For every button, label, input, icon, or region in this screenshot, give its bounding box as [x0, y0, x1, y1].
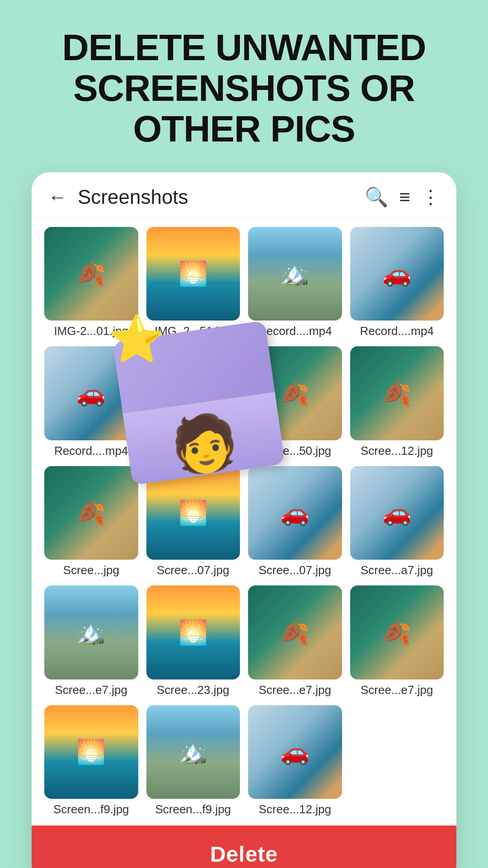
- list-item[interactable]: Scree...e7.jpg: [44, 585, 138, 697]
- list-item[interactable]: Scree...23.jpg: [146, 585, 240, 697]
- file-label: Scree...07.jpg: [146, 563, 240, 577]
- headline: DELETE UNWANTED SCREENSHOTS or OTHER PIC…: [62, 27, 426, 150]
- thumbnail: [248, 466, 342, 560]
- list-item[interactable]: Scree...e7.jpg: [350, 585, 444, 697]
- list-item[interactable]: Scree...12.jpg: [248, 705, 342, 817]
- file-label: Scree...e7.jpg: [248, 683, 342, 697]
- thumbnail: [44, 585, 138, 679]
- file-label: IMG_2...51.jpg: [146, 324, 240, 338]
- file-label: Scree...a7.jpg: [350, 563, 444, 577]
- list-item[interactable]: Scree...jpg: [44, 466, 138, 578]
- file-label: Scree...12.jpg: [350, 444, 444, 458]
- thumbnail: [44, 227, 138, 321]
- thumbnail: [350, 585, 444, 679]
- list-item[interactable]: Screen...f9.jpg: [146, 705, 240, 817]
- file-label: Scree...23.jpg: [146, 683, 240, 697]
- list-item[interactable]: Screen...f9.jpg: [44, 705, 138, 817]
- list-item[interactable]: IMG-2...01.jpg: [44, 227, 138, 339]
- file-label: Record....mp4: [350, 324, 444, 338]
- file-label: Scree...12.jpg: [248, 802, 342, 816]
- headline-line2: SCREENSHOTS or: [73, 67, 415, 108]
- file-label: Scree...50.jpg: [248, 444, 342, 458]
- image-grid: IMG-2...01.jpgIMG_2...51.jpgRecord....mp…: [44, 227, 444, 817]
- list-item[interactable]: Scree...07.jpg: [248, 466, 342, 578]
- thumbnail: [44, 705, 138, 799]
- list-item[interactable]: Scree...12.jpg: [350, 346, 444, 458]
- grid-container: IMG-2...01.jpgIMG_2...51.jpgRecord....mp…: [32, 218, 456, 826]
- thumbnail: [146, 466, 240, 560]
- delete-bar: Delete: [32, 826, 456, 868]
- thumbnail: [146, 227, 240, 321]
- list-item[interactable]: Record....mp4: [248, 227, 342, 339]
- headline-line3: OTHER PICS: [133, 108, 355, 149]
- list-item[interactable]: Scree...50.jpg: [248, 346, 342, 458]
- thumbnail: [248, 227, 342, 321]
- file-label: Screen...f9.jpg: [44, 802, 138, 816]
- thumbnail: [44, 466, 138, 560]
- thumbnail: [350, 346, 444, 440]
- file-label: Record....mp4: [44, 444, 138, 458]
- phone-frame: ← Screenshots 🔍 ≡ ⋮ IMG-2...01.jpgIMG_2.…: [32, 172, 456, 868]
- search-icon[interactable]: 🔍: [365, 186, 388, 208]
- thumbnail: [248, 585, 342, 679]
- list-item[interactable]: IMG_2...51.jpg: [146, 227, 240, 339]
- thumbnail: [248, 705, 342, 799]
- toolbar: ← Screenshots 🔍 ≡ ⋮: [32, 172, 456, 218]
- file-label: Screen...f9.jpg: [146, 802, 240, 816]
- file-label: Record....mp4: [248, 324, 342, 338]
- sort-icon[interactable]: ≡: [399, 186, 410, 208]
- list-item[interactable]: Scree...e7.jpg: [248, 585, 342, 697]
- thumbnail: [146, 705, 240, 799]
- file-label: Scree...e7.jpg: [44, 683, 138, 697]
- thumbnail: [248, 346, 342, 440]
- delete-button[interactable]: Delete: [210, 842, 278, 867]
- toolbar-title: Screenshots: [78, 186, 354, 208]
- thumbnail: [146, 585, 240, 679]
- list-item[interactable]: Scree...a7.jpg: [350, 466, 444, 578]
- file-label: Scree...ng: [146, 444, 240, 458]
- thumbnail: [350, 466, 444, 560]
- back-arrow-icon: ←: [48, 186, 67, 208]
- list-item[interactable]: Scree...07.jpg: [146, 466, 240, 578]
- list-item[interactable]: Record....mp4: [44, 346, 138, 458]
- file-label: Scree...jpg: [44, 563, 138, 577]
- thumbnail: [350, 227, 444, 321]
- file-label: Scree...e7.jpg: [350, 683, 444, 697]
- more-icon[interactable]: ⋮: [421, 186, 440, 208]
- thumbnail: [146, 346, 240, 440]
- list-item[interactable]: Record....mp4: [350, 227, 444, 339]
- list-item[interactable]: Scree...ng: [146, 346, 240, 458]
- headline-line1: DELETE UNWANTED: [62, 27, 426, 68]
- thumbnail: [44, 346, 138, 440]
- file-label: Scree...07.jpg: [248, 563, 342, 577]
- back-button[interactable]: ←: [48, 186, 67, 208]
- file-label: IMG-2...01.jpg: [44, 324, 138, 338]
